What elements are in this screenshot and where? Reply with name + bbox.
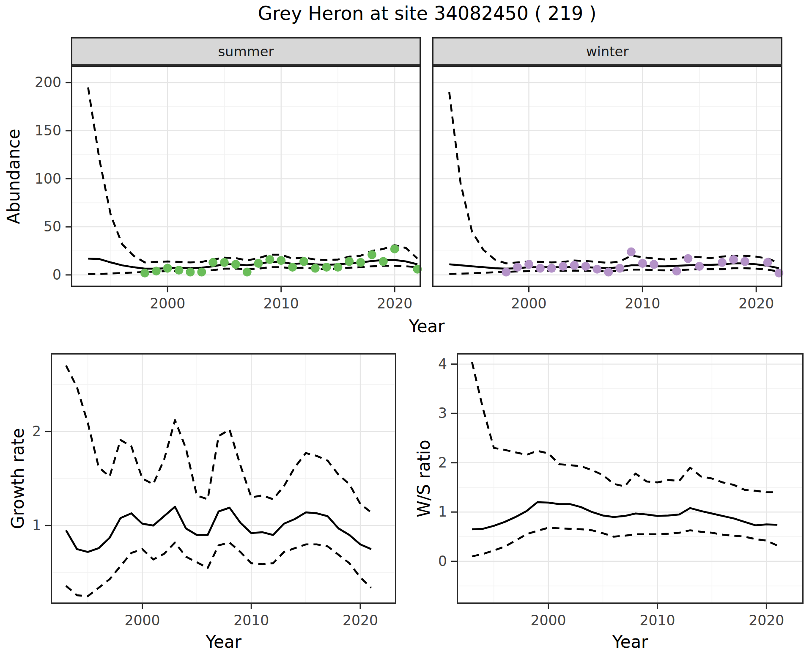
data-point [627, 248, 636, 256]
data-point [502, 268, 510, 277]
facet-strip-winter-label: winter [586, 44, 629, 60]
data-point [152, 267, 161, 275]
y-tick-label: 200 [15, 74, 61, 91]
data-point [581, 262, 590, 271]
facet-strip-summer-label: summer [218, 44, 274, 60]
growth-rate-plot [51, 353, 396, 604]
y-tick-label: 150 [15, 123, 61, 139]
y-tick-label: 3 [401, 405, 447, 421]
data-point [570, 261, 579, 270]
x-tick-label: 2010 [623, 612, 691, 629]
x-tick-label: 2010 [217, 612, 285, 629]
data-point [650, 260, 658, 269]
data-point [672, 267, 681, 275]
x-tick-label: 2010 [247, 295, 315, 312]
data-point [140, 269, 149, 278]
x-tick-label: 2020 [732, 612, 800, 629]
data-point [322, 263, 331, 272]
x-tick-label: 2000 [495, 295, 563, 312]
x-axis-title-year-top: Year [71, 316, 782, 336]
data-point [615, 264, 624, 272]
data-point [220, 258, 229, 267]
y-tick-label: 2 [401, 455, 447, 471]
x-tick-label: 2000 [134, 295, 201, 312]
panel-background [432, 66, 782, 287]
data-point [695, 262, 704, 271]
data-point [729, 255, 738, 264]
x-tick-label: 2000 [108, 612, 176, 629]
data-point [186, 268, 195, 277]
y-tick-label: 2 [0, 424, 41, 440]
y-tick-label: 0 [401, 553, 447, 569]
data-point [334, 263, 343, 272]
x-axis-title-year-growth: Year [51, 632, 396, 652]
facet-strip-summer: summer [71, 37, 421, 66]
y-tick-label: 0 [15, 267, 61, 283]
x-tick-label: 2020 [722, 295, 790, 312]
data-point [390, 245, 399, 253]
panel-background [457, 353, 804, 604]
data-point [277, 256, 285, 265]
y-tick-label: 4 [401, 356, 447, 372]
data-point [559, 262, 568, 271]
summer-abundance-plot [71, 66, 421, 287]
x-tick-label: 2020 [326, 612, 394, 629]
y-tick-label: 1 [401, 504, 447, 520]
data-point [288, 263, 297, 272]
data-point [604, 268, 613, 277]
data-point [265, 255, 274, 264]
data-point [524, 260, 533, 269]
data-point [547, 264, 556, 272]
data-point [175, 266, 184, 275]
data-point [683, 254, 692, 263]
y-tick-label: 1 [0, 517, 41, 534]
data-point [763, 258, 772, 267]
data-point [513, 263, 522, 272]
data-point [231, 260, 240, 269]
data-point [311, 264, 320, 272]
data-point [368, 250, 376, 259]
facet-strip-winter: winter [432, 37, 782, 66]
data-point [208, 258, 217, 267]
data-point [345, 257, 354, 266]
data-point [741, 257, 749, 266]
data-point [197, 268, 206, 277]
y-tick-label: 100 [15, 171, 61, 187]
data-point [536, 264, 545, 272]
data-point [638, 259, 647, 268]
x-tick-label: 2010 [609, 295, 676, 312]
ws-ratio-plot [457, 353, 804, 604]
figure-grey-heron: Grey Heron at site 34082450 ( 219 ) summ… [0, 0, 812, 660]
data-point [356, 258, 365, 267]
data-point [243, 268, 252, 277]
data-point [254, 259, 263, 268]
winter-abundance-plot [432, 66, 782, 287]
x-tick-label: 2000 [515, 612, 582, 629]
data-point [718, 258, 727, 267]
data-point [299, 257, 308, 266]
y-axis-title-growth-rate: Growth rate [8, 394, 28, 563]
page-title: Grey Heron at site 34082450 ( 219 ) [42, 3, 812, 24]
x-axis-title-year-ws: Year [457, 632, 804, 652]
data-point [379, 257, 388, 266]
data-point [593, 265, 601, 274]
y-tick-label: 50 [15, 219, 61, 235]
x-tick-label: 2020 [361, 295, 428, 312]
data-point [163, 264, 172, 272]
